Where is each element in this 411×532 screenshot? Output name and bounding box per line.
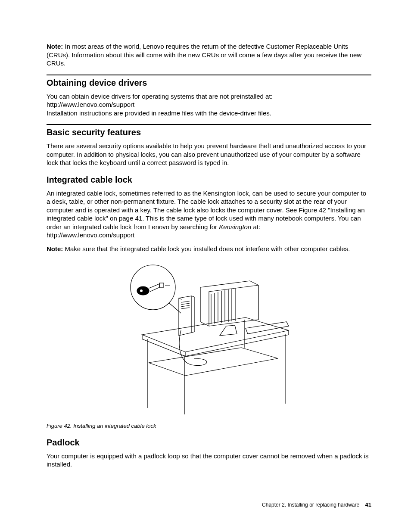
cablelock-url: http://www.lenovo.com/support <box>47 231 371 240</box>
heading-obtaining-drivers: Obtaining device drivers <box>47 78 371 88</box>
svg-line-2 <box>181 305 190 307</box>
drivers-url: http://www.lenovo.com/support <box>47 100 371 109</box>
section-rule <box>47 75 371 75</box>
footer-page-number: 41 <box>365 501 371 508</box>
cablelock-text-a: An integrated cable lock, sometimes refe… <box>47 190 366 230</box>
cablelock-paragraph-1: An integrated cable lock, sometimes refe… <box>47 189 371 240</box>
svg-point-14 <box>137 286 149 295</box>
footer-chapter: Chapter 2. Installing or replacing hardw… <box>262 502 359 508</box>
cablelock-text-b: at: <box>251 223 260 230</box>
svg-line-13 <box>169 303 181 313</box>
svg-point-12 <box>131 265 175 310</box>
drivers-text-2: Installation instructions are provided i… <box>47 109 271 117</box>
page-footer: Chapter 2. Installing or replacing hardw… <box>262 501 371 508</box>
heading-padlock: Padlock <box>47 438 371 448</box>
note-label: Note: <box>47 245 63 252</box>
figure-cable-lock <box>47 261 371 418</box>
drivers-text-1: You can obtain device drivers for operat… <box>47 93 273 100</box>
heading-integrated-cable-lock: Integrated cable lock <box>47 175 371 185</box>
cablelock-note-text: Make sure that the integrated cable lock… <box>63 245 350 252</box>
note-cru: Note: In most areas of the world, Lenovo… <box>47 42 371 68</box>
cablelock-note: Note: Make sure that the integrated cabl… <box>47 245 371 253</box>
svg-point-15 <box>140 289 143 292</box>
svg-line-0 <box>181 301 190 302</box>
svg-line-3 <box>181 308 190 309</box>
figure-caption: Figure 42. Installing an integrated cabl… <box>47 423 371 430</box>
note-label: Note: <box>47 43 63 50</box>
figure-illustration <box>116 261 302 417</box>
drivers-paragraph: You can obtain device drivers for operat… <box>47 92 371 118</box>
cablelock-italic-kensington: Kensington <box>219 223 251 230</box>
page: Note: In most areas of the world, Lenovo… <box>0 0 411 532</box>
svg-line-1 <box>181 303 190 305</box>
heading-basic-security: Basic security features <box>47 128 371 137</box>
section-rule <box>47 124 371 125</box>
note-text: In most areas of the world, Lenovo requi… <box>47 43 361 67</box>
padlock-paragraph: Your computer is equipped with a padlock… <box>47 452 371 469</box>
security-paragraph: There are several security options avail… <box>47 142 371 167</box>
